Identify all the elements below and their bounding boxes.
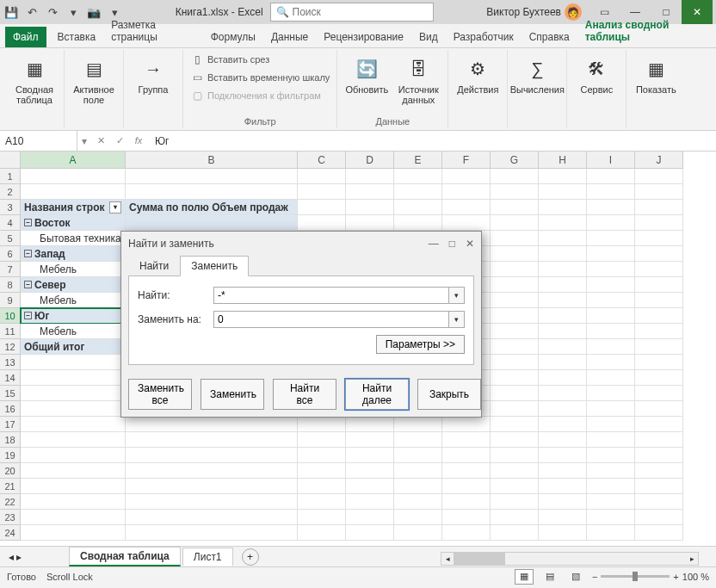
row-header[interactable]: 11 bbox=[0, 324, 21, 339]
row-header[interactable]: 10 bbox=[0, 308, 21, 324]
cell[interactable] bbox=[346, 432, 394, 448]
cell[interactable] bbox=[21, 479, 126, 494]
cell[interactable] bbox=[394, 417, 442, 432]
cell[interactable] bbox=[346, 184, 394, 200]
cell[interactable] bbox=[298, 215, 346, 231]
tab-page-layout[interactable]: Разметка страницы bbox=[103, 15, 203, 47]
cell[interactable] bbox=[126, 184, 298, 200]
pivot-table-button[interactable]: ▦Сводная таблица bbox=[10, 52, 59, 105]
cell[interactable] bbox=[21, 169, 126, 184]
row-header[interactable]: 20 bbox=[0, 463, 21, 479]
cell[interactable] bbox=[394, 432, 442, 448]
scroll-left-icon[interactable]: ◂ bbox=[441, 553, 454, 565]
row-header[interactable]: 3 bbox=[0, 200, 21, 215]
cell[interactable] bbox=[442, 417, 491, 432]
calculations-button[interactable]: ∑Вычисления bbox=[513, 52, 561, 95]
row-header[interactable]: 19 bbox=[0, 448, 21, 463]
cell[interactable] bbox=[346, 417, 394, 432]
cell[interactable] bbox=[635, 339, 683, 355]
cell[interactable] bbox=[539, 339, 587, 355]
cell[interactable] bbox=[539, 277, 587, 293]
cell[interactable]: Общий итог bbox=[21, 339, 126, 355]
cell[interactable] bbox=[635, 463, 683, 479]
cell[interactable] bbox=[635, 386, 683, 401]
qat-more-icon[interactable]: ▾ bbox=[65, 4, 81, 20]
cell[interactable] bbox=[394, 169, 442, 184]
dialog-titlebar[interactable]: Найти и заменить — □ ✕ bbox=[121, 232, 481, 256]
column-header[interactable]: E bbox=[394, 152, 442, 169]
redo-icon[interactable]: ↷ bbox=[45, 4, 60, 20]
cell[interactable] bbox=[491, 231, 539, 246]
sheet-tab-other[interactable]: Лист1 bbox=[182, 548, 233, 566]
cell[interactable] bbox=[587, 339, 635, 355]
tab-developer[interactable]: Разработчик bbox=[446, 27, 522, 47]
actions-button[interactable]: ⚙Действия bbox=[454, 52, 502, 95]
cell[interactable] bbox=[587, 448, 635, 463]
collapse-icon[interactable]: − bbox=[24, 312, 32, 319]
cell[interactable] bbox=[491, 169, 539, 184]
cell[interactable] bbox=[539, 494, 587, 510]
cell[interactable] bbox=[491, 215, 539, 231]
scroll-right-icon[interactable]: ▸ bbox=[686, 553, 698, 565]
cell[interactable] bbox=[21, 370, 126, 386]
cell[interactable]: Бытовая техника bbox=[21, 231, 126, 246]
cell[interactable] bbox=[21, 494, 126, 510]
row-header[interactable]: 6 bbox=[0, 246, 21, 262]
cell[interactable] bbox=[587, 308, 635, 324]
cell[interactable] bbox=[126, 510, 298, 525]
row-header[interactable]: 14 bbox=[0, 370, 21, 386]
cell[interactable] bbox=[491, 324, 539, 339]
row-header[interactable]: 24 bbox=[0, 525, 21, 541]
cell[interactable] bbox=[394, 184, 442, 200]
cell[interactable] bbox=[587, 293, 635, 308]
save-icon[interactable]: 💾 bbox=[3, 4, 19, 20]
row-header[interactable]: 22 bbox=[0, 494, 21, 510]
cell[interactable] bbox=[539, 308, 587, 324]
sheet-tab-active[interactable]: Сводная таблица bbox=[69, 547, 181, 566]
cell[interactable] bbox=[539, 386, 587, 401]
cell[interactable] bbox=[298, 169, 346, 184]
cell[interactable] bbox=[346, 200, 394, 215]
replace-input[interactable] bbox=[213, 311, 449, 328]
select-all-corner[interactable] bbox=[0, 152, 21, 169]
replace-all-button[interactable]: Заменить все bbox=[128, 379, 192, 410]
cell[interactable] bbox=[442, 184, 491, 200]
cell[interactable] bbox=[298, 448, 346, 463]
cell[interactable] bbox=[635, 448, 683, 463]
data-source-button[interactable]: 🗄Источник данных bbox=[394, 52, 442, 105]
column-header[interactable]: G bbox=[491, 152, 539, 169]
cell[interactable] bbox=[394, 494, 442, 510]
cell[interactable] bbox=[539, 370, 587, 386]
cell[interactable] bbox=[491, 417, 539, 432]
cell[interactable] bbox=[635, 293, 683, 308]
cell[interactable] bbox=[635, 246, 683, 262]
cell[interactable]: Сумма по полю Объем продаж bbox=[126, 200, 298, 215]
cell[interactable] bbox=[539, 432, 587, 448]
cell[interactable] bbox=[298, 432, 346, 448]
cell[interactable] bbox=[491, 448, 539, 463]
cell[interactable] bbox=[539, 293, 587, 308]
cell[interactable] bbox=[346, 463, 394, 479]
row-header[interactable]: 17 bbox=[0, 417, 21, 432]
horizontal-scrollbar[interactable]: ◂ ▸ bbox=[441, 552, 699, 566]
cell[interactable] bbox=[635, 308, 683, 324]
cell[interactable] bbox=[635, 231, 683, 246]
row-header[interactable]: 12 bbox=[0, 339, 21, 355]
cell[interactable]: Мебель bbox=[21, 293, 126, 308]
column-header[interactable]: A bbox=[21, 152, 126, 169]
cell[interactable] bbox=[442, 510, 491, 525]
cell[interactable]: −Запад bbox=[21, 246, 126, 262]
scrollbar-thumb[interactable] bbox=[454, 553, 505, 565]
tab-help[interactable]: Справка bbox=[522, 27, 577, 47]
cell[interactable] bbox=[298, 463, 346, 479]
cell[interactable] bbox=[442, 525, 491, 541]
cell[interactable] bbox=[635, 169, 683, 184]
find-history-dropdown-icon[interactable]: ▾ bbox=[449, 287, 465, 304]
cell[interactable] bbox=[539, 525, 587, 541]
cell[interactable] bbox=[298, 510, 346, 525]
replace-one-button[interactable]: Заменить bbox=[201, 379, 264, 410]
cell[interactable] bbox=[21, 386, 126, 401]
row-header[interactable]: 9 bbox=[0, 293, 21, 308]
cell[interactable] bbox=[394, 479, 442, 494]
cell[interactable] bbox=[346, 525, 394, 541]
